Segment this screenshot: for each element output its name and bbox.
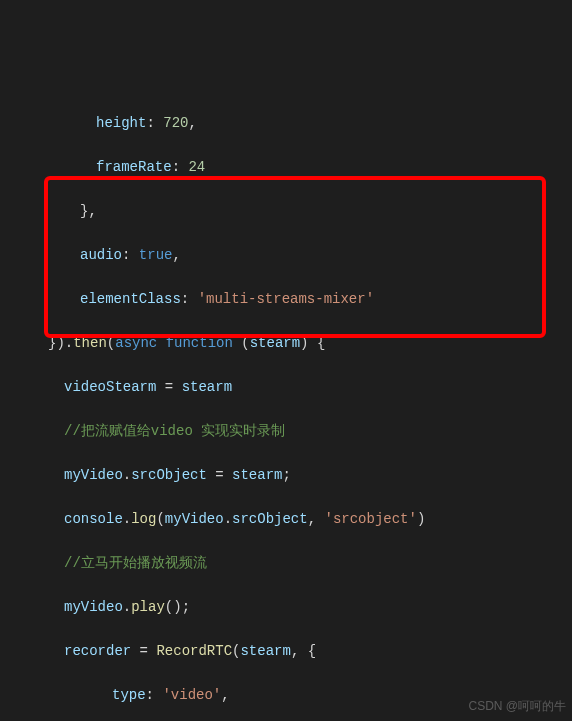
code-line: },	[8, 200, 572, 222]
code-line: elementClass: 'multi-streams-mixer'	[8, 288, 572, 310]
code-line: videoStearm = stearm	[8, 376, 572, 398]
code-line: audio: true,	[8, 244, 572, 266]
code-line: }).then(async function (stearm) {	[8, 332, 572, 354]
code-line: myVideo.srcObject = stearm;	[8, 464, 572, 486]
code-line: height: 720,	[8, 112, 572, 134]
code-line: //把流赋值给video 实现实时录制	[8, 420, 572, 442]
code-line: console.log(myVideo.srcObject, 'srcobjec…	[8, 508, 572, 530]
watermark-text: CSDN @呵呵的牛	[468, 695, 566, 717]
code-line: recorder = RecordRTC(stearm, {	[8, 640, 572, 662]
code-line: //立马开始播放视频流	[8, 552, 572, 574]
code-line: myVideo.play();	[8, 596, 572, 618]
code-editor[interactable]: height: 720, frameRate: 24 }, audio: tru…	[0, 90, 572, 721]
code-line: frameRate: 24	[8, 156, 572, 178]
